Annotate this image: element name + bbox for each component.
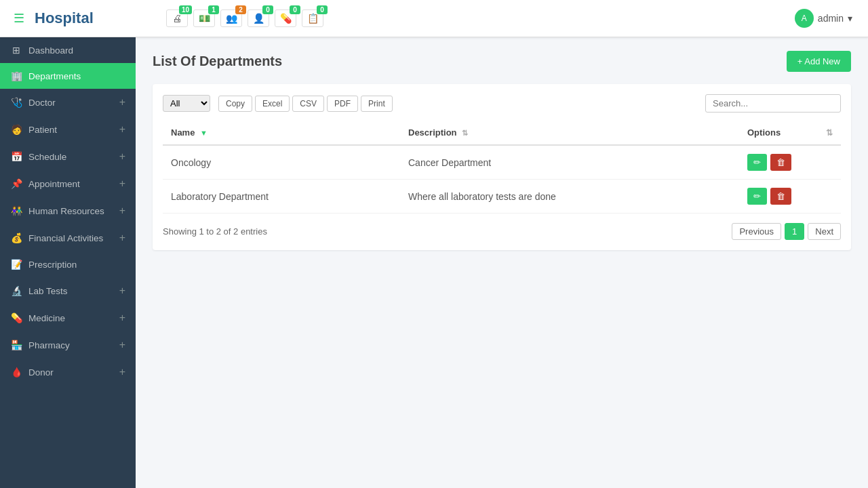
sidebar-plus-patient: +: [119, 123, 125, 136]
sidebar-item-dashboard[interactable]: ⊞ Dashboard: [0, 37, 136, 63]
sidebar-icon-financial: 💰: [10, 232, 22, 243]
sidebar-label-appointment: Appointment: [28, 179, 119, 189]
sidebar-item-pharmacy[interactable]: 🏪 Pharmacy +: [0, 331, 136, 359]
sidebar-item-financial[interactable]: 💰 Financial Activities +: [0, 224, 136, 251]
export-buttons: CopyExcelCSVPDFPrint: [218, 96, 393, 112]
main-content: List Of Departments + Add New All1025501…: [136, 37, 868, 488]
sidebar-icon-pharmacy: 🏪: [10, 340, 22, 350]
sidebar-label-medicine: Medicine: [28, 313, 119, 323]
row-description: Where all laboratory tests are done: [400, 180, 739, 214]
header-left: ☰ Hospital: [10, 7, 146, 29]
header-badges: 🖨 10 💵 1 👥 2 👤 0 💊 0 📋 0: [146, 9, 789, 27]
sidebar-icon-schedule: 📅: [10, 151, 22, 162]
sidebar-label-patient: Patient: [28, 125, 119, 135]
table-body: Oncology Cancer Department ✏ 🗑 Laborator…: [163, 145, 841, 214]
sidebar-plus-lab-tests: +: [119, 285, 125, 297]
sidebar-item-patient[interactable]: 🧑 Patient +: [0, 116, 136, 143]
badge-count: 0: [290, 5, 300, 14]
sidebar-item-doctor[interactable]: 🩺 Doctor +: [0, 89, 136, 116]
export-btn-csv[interactable]: CSV: [292, 96, 324, 112]
badge-count: 1: [208, 5, 219, 14]
show-select-group: All102550100: [163, 95, 210, 112]
header: ☰ Hospital 🖨 10 💵 1 👥 2 👤 0 💊 0 📋 0 A ad…: [0, 0, 868, 37]
sidebar-icon-doctor: 🩺: [10, 97, 22, 108]
badge-icon-b3[interactable]: 👥 2: [220, 9, 242, 27]
table-head: Name ▼ Description ⇅ Options ⇅: [163, 121, 841, 145]
export-btn-print[interactable]: Print: [361, 96, 393, 112]
departments-table: Name ▼ Description ⇅ Options ⇅: [163, 121, 841, 214]
sidebar-icon-medicine: 💊: [10, 312, 22, 323]
sidebar-label-prescription: Prescription: [28, 260, 125, 270]
sidebar: ⊞ Dashboard 🏢 Departments 🩺 Doctor + 🧑 P…: [0, 37, 136, 488]
pagination-info: Showing 1 to 2 of 2 entries: [163, 226, 267, 237]
badge-count: 2: [235, 5, 246, 14]
delete-button[interactable]: 🗑: [770, 154, 791, 171]
sidebar-item-prescription[interactable]: 📝 Prescription: [0, 251, 136, 277]
pagination: Previous 1 Next: [732, 223, 841, 240]
sidebar-item-donor[interactable]: 🩸 Donor +: [0, 359, 136, 386]
show-select[interactable]: All102550100: [163, 95, 210, 112]
row-name: Oncology: [163, 145, 400, 180]
sidebar-label-dashboard: Dashboard: [28, 45, 125, 56]
sort-icon-desc: ⇅: [462, 129, 468, 137]
sidebar-item-medicine[interactable]: 💊 Medicine +: [0, 304, 136, 331]
sort-icon: ▼: [200, 129, 208, 137]
table-controls: All102550100 CopyExcelCSVPDFPrint: [163, 94, 841, 113]
page-1-button[interactable]: 1: [785, 223, 804, 240]
table-row: Laboratory Department Where all laborato…: [163, 180, 841, 214]
sidebar-item-appointment[interactable]: 📌 Appointment +: [0, 170, 136, 197]
row-description: Cancer Department: [400, 145, 739, 180]
delete-button[interactable]: 🗑: [770, 188, 791, 205]
edit-button[interactable]: ✏: [747, 188, 767, 205]
sidebar-item-human-resources[interactable]: 👫 Human Resources +: [0, 197, 136, 224]
sidebar-icon-departments: 🏢: [10, 70, 22, 81]
edit-button[interactable]: ✏: [747, 154, 767, 171]
badge-icon-b6[interactable]: 📋 0: [302, 9, 323, 27]
next-button[interactable]: Next: [808, 223, 841, 240]
header-right: A admin ▾: [789, 5, 858, 31]
sidebar-plus-pharmacy: +: [119, 339, 125, 351]
row-options: ✏ 🗑: [739, 145, 841, 180]
admin-label: admin: [818, 13, 844, 24]
badge-icon-b4[interactable]: 👤 0: [248, 9, 269, 27]
sidebar-plus-donor: +: [119, 366, 125, 378]
sidebar-icon-donor: 🩸: [10, 367, 22, 378]
badge-count: 0: [262, 5, 273, 14]
col-description: Description ⇅: [400, 121, 739, 145]
page-title: List Of Departments: [153, 54, 282, 69]
hamburger-icon[interactable]: ☰: [10, 7, 28, 29]
sidebar-label-pharmacy: Pharmacy: [28, 340, 119, 350]
sidebar-plus-human-resources: +: [119, 205, 125, 217]
admin-menu[interactable]: A admin ▾: [789, 5, 858, 31]
sort-icon-options: ⇅: [826, 128, 833, 138]
prev-button[interactable]: Previous: [732, 223, 781, 240]
col-name: Name ▼: [163, 121, 400, 145]
action-buttons: ✏ 🗑: [747, 188, 833, 205]
sidebar-icon-patient: 🧑: [10, 124, 22, 135]
sidebar-icon-human-resources: 👫: [10, 205, 22, 216]
table-footer: Showing 1 to 2 of 2 entries Previous 1 N…: [163, 223, 841, 240]
sidebar-label-donor: Donor: [28, 367, 119, 378]
sidebar-label-lab-tests: Lab Tests: [28, 286, 119, 296]
export-btn-excel[interactable]: Excel: [255, 96, 290, 112]
export-btn-pdf[interactable]: PDF: [327, 96, 358, 112]
brand-title: Hospital: [35, 9, 94, 27]
sidebar-label-doctor: Doctor: [28, 98, 119, 108]
badge-icon-b2[interactable]: 💵 1: [193, 9, 215, 27]
sidebar-label-financial: Financial Activities: [28, 233, 119, 243]
col-options: Options ⇅: [739, 121, 841, 145]
badge-icon-b5[interactable]: 💊 0: [275, 9, 296, 27]
sidebar-icon-dashboard: ⊞: [10, 45, 22, 56]
sidebar-item-lab-tests[interactable]: 🔬 Lab Tests +: [0, 277, 136, 304]
action-buttons: ✏ 🗑: [747, 154, 833, 171]
badge-icon-b1[interactable]: 🖨 10: [166, 9, 188, 27]
table-header-row: Name ▼ Description ⇅ Options ⇅: [163, 121, 841, 145]
sidebar-label-schedule: Schedule: [28, 152, 119, 162]
layout: ⊞ Dashboard 🏢 Departments 🩺 Doctor + 🧑 P…: [0, 37, 868, 488]
add-new-button[interactable]: + Add New: [787, 51, 851, 72]
badge-count: 0: [317, 5, 328, 14]
export-btn-copy[interactable]: Copy: [218, 96, 252, 112]
sidebar-item-schedule[interactable]: 📅 Schedule +: [0, 143, 136, 170]
sidebar-item-departments[interactable]: 🏢 Departments: [0, 63, 136, 89]
search-input[interactable]: [705, 94, 841, 113]
